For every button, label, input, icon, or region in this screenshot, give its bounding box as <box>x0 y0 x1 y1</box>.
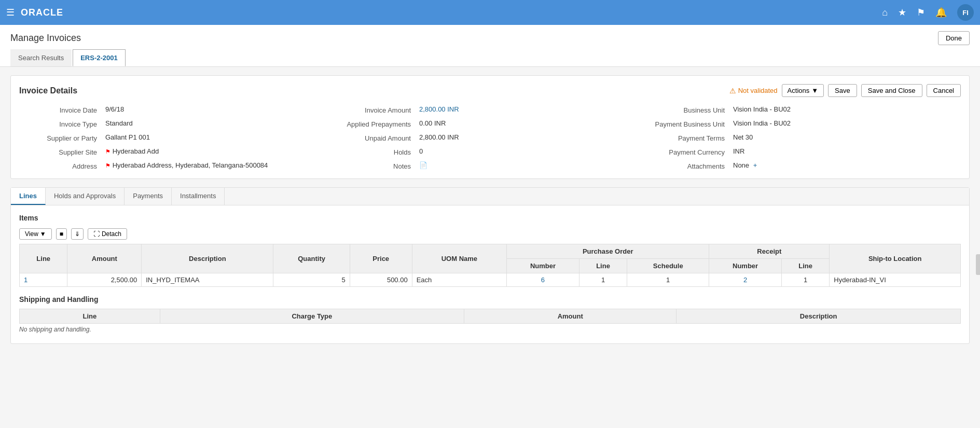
cancel-button[interactable]: Cancel <box>927 84 961 97</box>
row-receipt-line: 1 <box>781 273 829 287</box>
row-price: 500.00 <box>350 273 412 287</box>
col-line: Line <box>20 244 67 273</box>
section-title: Invoice Details <box>19 86 77 95</box>
payment-currency-value: INR <box>733 147 744 155</box>
payment-currency-label: Payment Currency <box>647 147 730 156</box>
payment-bu-row: Payment Business Unit Vision India - BU0… <box>647 119 961 128</box>
resize-handle[interactable] <box>976 254 980 275</box>
home-icon[interactable]: ⌂ <box>882 7 888 18</box>
save-close-button[interactable]: Save and Close <box>861 84 922 97</box>
payment-currency-row: Payment Currency INR <box>647 147 961 156</box>
save-button[interactable]: Save <box>828 84 857 97</box>
items-toolbar: View ▼ ■ ⇓ ⛶ Detach <box>19 228 961 240</box>
items-table: Line Amount Description Quantity Price U… <box>19 244 961 287</box>
detach-button[interactable]: ⛶ Detach <box>88 228 127 240</box>
address-flag: ⚑ <box>105 162 111 169</box>
ship-col-charge-type: Charge Type <box>160 309 464 324</box>
ship-col-line: Line <box>20 309 160 324</box>
attachments-row: Attachments None + <box>647 161 961 170</box>
row-description: IN_HYD_ITEMAA <box>142 273 273 287</box>
flag-icon[interactable]: ⚑ <box>917 7 925 18</box>
col-price: Price <box>350 244 412 273</box>
row-line[interactable]: 1 <box>20 273 67 287</box>
row-uom: Each <box>412 273 506 287</box>
row-receipt-number[interactable]: 2 <box>709 273 782 287</box>
invoice-amount-value[interactable]: 2,800.00 INR <box>419 105 459 113</box>
notes-icon[interactable]: 📄 <box>419 161 427 169</box>
address-label: Address <box>19 161 102 170</box>
view-button[interactable]: View ▼ <box>19 228 52 240</box>
payment-bu-value: Vision India - BU02 <box>733 119 791 127</box>
supplier-party-row: Supplier or Party Gallant P1 001 <box>19 133 333 142</box>
top-navigation: ☰ ORACLE ⌂ ★ ⚑ 🔔 FI <box>0 0 980 25</box>
attachments-text: None <box>733 161 749 169</box>
invoice-type-value: Standard <box>105 119 133 127</box>
attachments-value: None + <box>733 161 757 169</box>
business-unit-label: Business Unit <box>647 105 730 114</box>
hamburger-icon[interactable]: ☰ <box>6 7 15 18</box>
invoice-date-label: Invoice Date <box>19 105 102 114</box>
invoice-amount-row: Invoice Amount 2,800.00 INR <box>333 105 647 114</box>
invoice-type-row: Invoice Type Standard <box>19 119 333 128</box>
address-row: Address ⚑ Hyderabad Address, Hyderabad, … <box>19 161 333 170</box>
section-actions: ⚠ Not validated Actions ▼ Save Save and … <box>729 84 961 97</box>
notes-label: Notes <box>333 161 416 170</box>
tab-lines[interactable]: Lines <box>11 188 46 205</box>
holds-label: Holds <box>333 147 416 156</box>
detach-icon-btn[interactable]: ⇓ <box>71 228 84 240</box>
address-text: Hyderabad Address, Hyderabad, Telangana-… <box>113 161 268 169</box>
row-amount: 2,500.00 <box>67 273 142 287</box>
page-title-row: Manage Invoices Done <box>10 31 970 49</box>
add-attachment-icon[interactable]: + <box>753 161 757 169</box>
tab-holds-approvals[interactable]: Holds and Approvals <box>46 188 125 205</box>
tab-payments[interactable]: Payments <box>125 188 172 205</box>
address-value: ⚑ Hyderabad Address, Hyderabad, Telangan… <box>105 161 268 169</box>
tab-search-results[interactable]: Search Results <box>10 49 72 66</box>
tab-installments[interactable]: Installments <box>172 188 225 205</box>
applied-prepayments-label: Applied Prepayments <box>333 119 416 128</box>
row-ship-to: Hyderabad-IN_VI <box>830 273 961 287</box>
applied-prepayments-value: 0.00 INR <box>419 119 446 127</box>
items-section: Items View ▼ ■ ⇓ ⛶ Detach <box>11 205 969 295</box>
supplier-party-label: Supplier or Party <box>19 133 102 142</box>
holds-value: 0 <box>419 147 423 155</box>
field-group-2: Invoice Amount 2,800.00 INR Applied Prep… <box>333 105 647 170</box>
no-shipping-message: No shipping and handling. <box>19 324 961 335</box>
main-content: Invoice Details ⚠ Not validated Actions … <box>0 67 980 352</box>
actions-dropdown-icon: ▼ <box>811 87 818 94</box>
unpaid-amount-row: Unpaid Amount 2,800.00 INR <box>333 133 647 142</box>
tab-ers[interactable]: ERS-2-2001 <box>73 49 126 66</box>
col-receipt-line: Line <box>781 259 829 273</box>
notes-row: Notes 📄 <box>333 161 647 170</box>
col-description: Description <box>142 244 273 273</box>
invoice-date-row: Invoice Date 9/6/18 <box>19 105 333 114</box>
nav-left: ☰ ORACLE <box>6 7 63 18</box>
col-po-number: Number <box>507 259 579 273</box>
page-header: Manage Invoices Done Search Results ERS-… <box>0 25 980 67</box>
shipping-section: Shipping and Handling Line Charge Type A… <box>11 295 969 343</box>
done-button[interactable]: Done <box>938 31 970 45</box>
business-unit-row: Business Unit Vision India - BU02 <box>647 105 961 114</box>
payment-bu-label: Payment Business Unit <box>647 119 730 128</box>
freeze-button[interactable]: ■ <box>56 228 67 240</box>
sub-tabs-nav: Lines Holds and Approvals Payments Insta… <box>11 188 969 205</box>
col-amount: Amount <box>67 244 142 273</box>
col-po-schedule: Schedule <box>627 259 709 273</box>
view-label: View <box>25 230 38 238</box>
row-po-number[interactable]: 6 <box>507 273 579 287</box>
star-icon[interactable]: ★ <box>898 7 906 18</box>
oracle-logo: ORACLE <box>21 7 63 18</box>
payment-terms-row: Payment Terms Net 30 <box>647 133 961 142</box>
bell-icon[interactable]: 🔔 <box>935 7 947 18</box>
warning-icon: ⚠ <box>729 87 736 95</box>
ship-col-amount: Amount <box>464 309 677 324</box>
actions-button[interactable]: Actions ▼ <box>782 84 824 97</box>
user-avatar[interactable]: FI <box>957 4 974 21</box>
row-po-schedule: 1 <box>627 273 709 287</box>
invoice-date-value: 9/6/18 <box>105 105 124 113</box>
col-po-group: Purchase Order <box>507 244 709 259</box>
field-group-3: Business Unit Vision India - BU02 Paymen… <box>647 105 961 170</box>
nav-right: ⌂ ★ ⚑ 🔔 FI <box>882 4 974 21</box>
holds-row: Holds 0 <box>333 147 647 156</box>
sub-tabs-section: Lines Holds and Approvals Payments Insta… <box>10 187 970 344</box>
